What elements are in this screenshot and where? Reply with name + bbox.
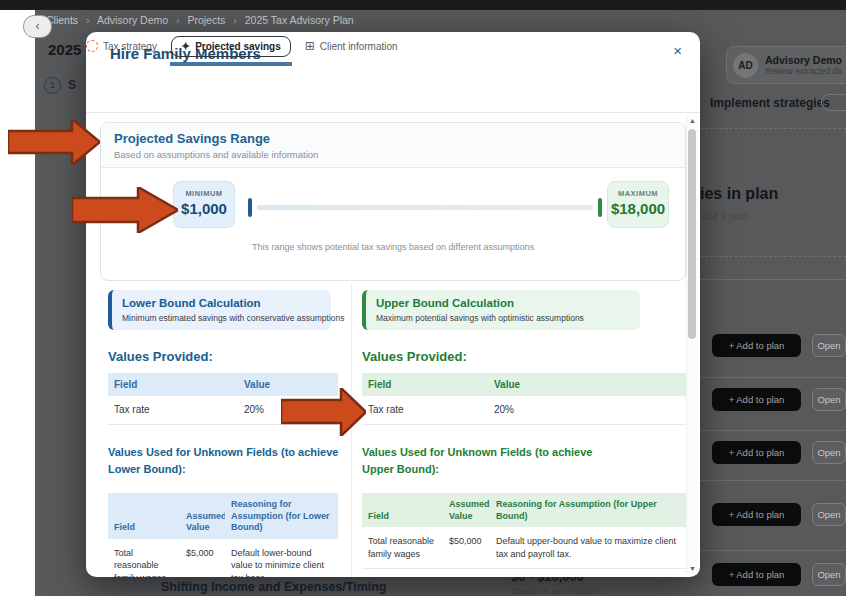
- chevron-left-icon: ‹: [36, 19, 40, 33]
- scroll-down-icon[interactable]: ▼: [687, 563, 698, 575]
- divider: [700, 480, 846, 481]
- table-header-cell: Field: [362, 373, 488, 396]
- tab-label: Client information: [320, 41, 398, 52]
- add-to-plan-button[interactable]: + Add to plan: [712, 563, 801, 586]
- annotation-arrow-tax-rate: [281, 388, 366, 436]
- unknown-fields-table-upper: Field Assumed Value Reasoning for Assump…: [362, 493, 686, 569]
- minimum-value-box: MINIMUM $1,000: [173, 181, 235, 228]
- range-card-subtitle: Based on assumptions and available infor…: [114, 149, 672, 160]
- tab-projected-savings[interactable]: ✦ Projected savings: [171, 36, 291, 57]
- annotation-arrow-minimum: [72, 187, 178, 233]
- add-to-plan-button[interactable]: + Add to plan: [712, 334, 801, 357]
- table-row: Tax rate 20%: [362, 396, 686, 426]
- unknown-fields-heading-lower: Values Used for Unknown Fields (to achie…: [108, 444, 360, 478]
- modal-scrollbar[interactable]: ▲ ▼: [686, 115, 698, 575]
- breadcrumb-plan[interactable]: 2025 Tax Advisory Plan: [245, 14, 354, 26]
- breadcrumb: Clients › Advisory Demo › Projects › 202…: [46, 14, 354, 26]
- table-cell: $5,000: [180, 539, 225, 578]
- table-header-cell: Assumed Value: [443, 493, 490, 527]
- table-header-row: Field Value: [362, 373, 686, 396]
- step-number-badge: 1: [44, 77, 61, 94]
- table-cell: 20%: [488, 396, 686, 426]
- lower-bound-title: Lower Bound Calculation: [122, 297, 321, 309]
- table-header-row: Field Assumed Value Reasoning for Assump…: [362, 493, 686, 527]
- table-header-cell: Value: [488, 373, 686, 396]
- screen: ‹ Clients › Advisory Demo › Projects › 2…: [0, 0, 846, 596]
- modal-tabs: Tax strategy ✦ Projected savings ⊞ Clien…: [86, 32, 700, 60]
- divider: [700, 430, 846, 431]
- table-cell: $50,000: [443, 527, 490, 569]
- step-label-partial: S: [68, 78, 76, 92]
- open-button[interactable]: Open: [812, 388, 846, 411]
- upper-bound-callout: Upper Bound Calculation Maximum potentia…: [362, 290, 640, 330]
- divider: [700, 128, 846, 129]
- close-icon[interactable]: ×: [673, 42, 682, 59]
- table-header-cell: Field: [108, 493, 180, 539]
- divider: [86, 112, 700, 113]
- account-name: Advisory Demo: [765, 54, 842, 66]
- table-cell: Default lower-bound value to minimize cl…: [225, 539, 338, 578]
- divider: [700, 256, 846, 257]
- chevron-separator-icon: ›: [176, 14, 180, 26]
- account-subtitle: Review extracted da: [765, 66, 842, 76]
- table-grid-icon: ⊞: [305, 41, 315, 51]
- table-cell: Total reasonable family wages: [108, 539, 180, 578]
- maximum-value: $18,000: [608, 200, 668, 217]
- open-button[interactable]: Open: [812, 441, 846, 464]
- upper-bound-title: Upper Bound Calculation: [376, 297, 630, 309]
- left-gutter: [0, 10, 35, 596]
- avatar: AD: [733, 53, 758, 78]
- unknown-fields-heading-upper: Values Used for Unknown Fields (to achie…: [362, 444, 614, 478]
- values-provided-heading-lower: Values Provided:: [108, 349, 213, 364]
- table-header-cell: Reasoning for Assumption (for Upper Boun…: [490, 493, 686, 527]
- values-provided-heading-upper: Values Provided:: [362, 349, 467, 364]
- range-track: [257, 205, 593, 210]
- scroll-up-icon[interactable]: ▲: [687, 115, 698, 127]
- table-header-cell: Field: [108, 373, 238, 396]
- account-card[interactable]: AD Advisory Demo Review extracted da: [726, 46, 846, 84]
- maximum-value-box: MAXIMUM $18,000: [607, 181, 669, 228]
- table-cell: Tax rate: [362, 396, 488, 426]
- minimum-label: MINIMUM: [174, 189, 234, 198]
- tab-label: Projected savings: [195, 41, 281, 52]
- table-row: Total reasonable family wages $5,000 Def…: [108, 539, 338, 578]
- divider: [700, 550, 846, 551]
- open-button[interactable]: Open: [812, 503, 846, 526]
- window-top-bar: [0, 0, 846, 10]
- hire-family-members-modal: Hire Family Members × Tax strategy ✦ Pro…: [86, 32, 700, 577]
- collapse-sidebar-button[interactable]: ‹: [23, 15, 52, 38]
- range-max-tick: [598, 198, 602, 217]
- unknown-fields-table-lower: Field Assumed Value Reasoning for Assump…: [108, 493, 338, 577]
- open-button[interactable]: Open: [812, 563, 846, 586]
- lower-bound-callout: Lower Bound Calculation Minimum estimate…: [108, 290, 331, 330]
- strategy-range-note: Based on assumptions: [511, 586, 602, 596]
- build-plan-subtitle-partial: uild a plan: [702, 211, 748, 222]
- open-button[interactable]: Open: [812, 334, 846, 357]
- divider: [700, 279, 846, 280]
- table-header-cell: Assumed Value: [180, 493, 225, 539]
- implement-strategies-heading: Implement strategies: [710, 96, 830, 110]
- table-cell: Total reasonable family wages: [362, 527, 443, 569]
- tab-client-information[interactable]: ⊞ Client information: [305, 41, 398, 52]
- range-card-title: Projected Savings Range: [114, 131, 672, 146]
- strategy-name: Shifting Income and Expenses/Timing: [161, 580, 387, 594]
- upper-bound-subtitle: Maximum potential savings with optimisti…: [376, 313, 630, 323]
- strategies-in-plan-heading-partial: ies in plan: [700, 185, 778, 203]
- page-title-partial: 2025: [48, 41, 81, 58]
- add-to-plan-button[interactable]: + Add to plan: [712, 441, 801, 464]
- range-min-tick: [248, 198, 252, 217]
- table-row: Total reasonable family wages $50,000 De…: [362, 527, 686, 569]
- chevron-separator-icon: ›: [86, 14, 90, 26]
- add-to-plan-button[interactable]: + Add to plan: [712, 388, 801, 411]
- scrollbar-thumb[interactable]: [688, 129, 696, 339]
- breadcrumb-projects[interactable]: Projects: [187, 14, 225, 26]
- breadcrumb-advisory-demo[interactable]: Advisory Demo: [97, 14, 168, 26]
- maximum-label: MAXIMUM: [608, 189, 668, 198]
- table-cell: Tax rate: [108, 396, 238, 426]
- table-header-cell: Field: [362, 493, 443, 527]
- minimum-value: $1,000: [174, 200, 234, 217]
- chevron-separator-icon: ›: [233, 14, 237, 26]
- sparkle-icon: ✦: [181, 41, 190, 51]
- add-to-plan-button[interactable]: + Add to plan: [712, 503, 801, 526]
- table-header-cell: Reasoning for Assumption (for Lower Boun…: [225, 493, 338, 539]
